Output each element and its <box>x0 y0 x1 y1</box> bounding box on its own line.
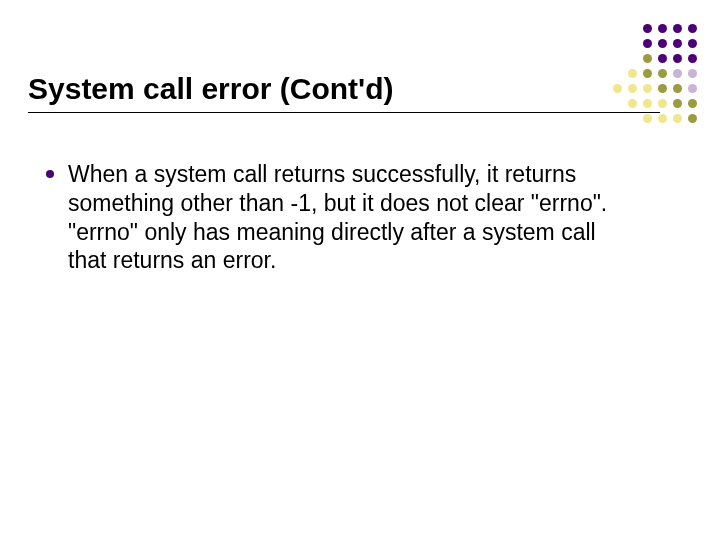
title-container: System call error (Cont'd) <box>28 72 660 113</box>
bullet-item: When a system call returns successfully,… <box>46 160 620 275</box>
bullet-icon <box>46 170 54 178</box>
slide-content: When a system call returns successfully,… <box>46 160 620 275</box>
bullet-text: When a system call returns successfully,… <box>68 160 620 275</box>
title-underline <box>28 112 660 113</box>
slide-title: System call error (Cont'd) <box>28 72 660 112</box>
